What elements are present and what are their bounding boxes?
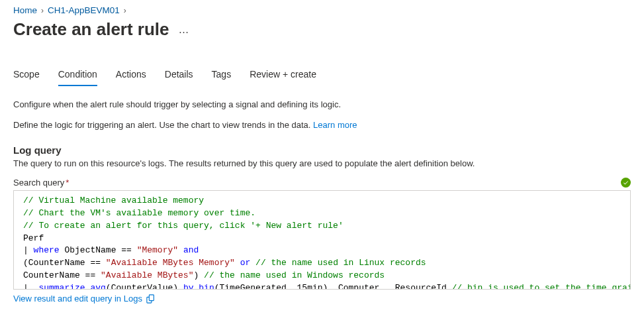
code-text: ) <box>193 270 204 280</box>
required-star-icon: * <box>66 178 69 188</box>
code-keyword: summarize <box>38 283 85 290</box>
learn-more-link[interactable]: Learn more <box>313 120 357 130</box>
tab-actions[interactable]: Actions <box>116 66 146 86</box>
search-query-label: Search query <box>13 178 64 188</box>
tab-details[interactable]: Details <box>165 66 193 86</box>
breadcrumb-home[interactable]: Home <box>13 5 37 15</box>
code-comment: // the name used in Linux records <box>255 258 426 268</box>
view-in-logs-link[interactable]: View result and edit query in Logs <box>13 294 142 304</box>
code-keyword: by <box>183 283 194 290</box>
chevron-right-icon: › <box>124 6 126 15</box>
code-text: CounterName == <box>23 270 101 280</box>
tab-review-create[interactable]: Review + create <box>250 66 316 86</box>
code-func: avg <box>90 283 105 290</box>
svg-rect-1 <box>149 294 154 300</box>
code-comment: // Chart the VM's available memory over … <box>23 208 255 218</box>
condition-description: Configure when the alert rule should tri… <box>13 99 631 109</box>
validation-success-icon <box>621 178 631 188</box>
code-string: "Memory" <box>137 245 178 255</box>
code-keyword: or <box>240 258 251 268</box>
code-text <box>235 258 240 268</box>
tab-tags[interactable]: Tags <box>212 66 232 86</box>
code-text: ObjectName == <box>60 245 137 255</box>
code-text: (TimeGenerated, 15min), Computer, _Resou… <box>214 283 452 290</box>
code-comment: // To create an alert for this query, cl… <box>23 221 344 231</box>
condition-subdescription: Define the logic for triggering an alert… <box>13 120 631 130</box>
code-text: (CounterName == <box>23 258 106 268</box>
code-text: (CounterValue) <box>106 283 183 290</box>
condition-subdescription-text: Define the logic for triggering an alert… <box>13 120 313 130</box>
search-query-label-row: Search query* <box>13 178 631 188</box>
code-func: bin <box>199 283 214 290</box>
page-title: Create an alert rule <box>13 19 169 40</box>
code-string: "Available MBytes" <box>101 270 193 280</box>
code-keyword: and <box>183 245 199 255</box>
title-row: Create an alert rule … <box>13 19 631 40</box>
code-comment: // the name used in Windows records <box>204 270 385 280</box>
code-comment: // bin is used to set the time grain to … <box>452 283 631 290</box>
open-external-icon <box>146 294 156 304</box>
code-text: | <box>23 245 34 255</box>
breadcrumb-resource[interactable]: CH1-AppBEVM01 <box>48 5 120 15</box>
tab-condition[interactable]: Condition <box>58 66 97 86</box>
tab-scope[interactable]: Scope <box>13 66 40 86</box>
tabs: Scope Condition Actions Details Tags Rev… <box>13 66 631 86</box>
code-text: Perf <box>23 233 44 243</box>
code-keyword: where <box>34 245 60 255</box>
search-query-editor[interactable]: // Virtual Machine available memory // C… <box>13 190 631 290</box>
code-string: "Available MBytes Memory" <box>106 258 235 268</box>
view-in-logs-row: View result and edit query in Logs <box>13 294 631 304</box>
code-comment: // Virtual Machine available memory <box>23 195 204 205</box>
log-query-subtext: The query to run on this resource's logs… <box>13 158 631 168</box>
log-query-heading: Log query <box>13 144 631 156</box>
code-text <box>250 258 255 268</box>
more-actions-button[interactable]: … <box>179 24 190 36</box>
code-text <box>178 245 183 255</box>
chevron-right-icon: › <box>41 6 44 15</box>
breadcrumb: Home › CH1-AppBEVM01 › <box>13 5 631 15</box>
code-text: | <box>23 283 38 290</box>
